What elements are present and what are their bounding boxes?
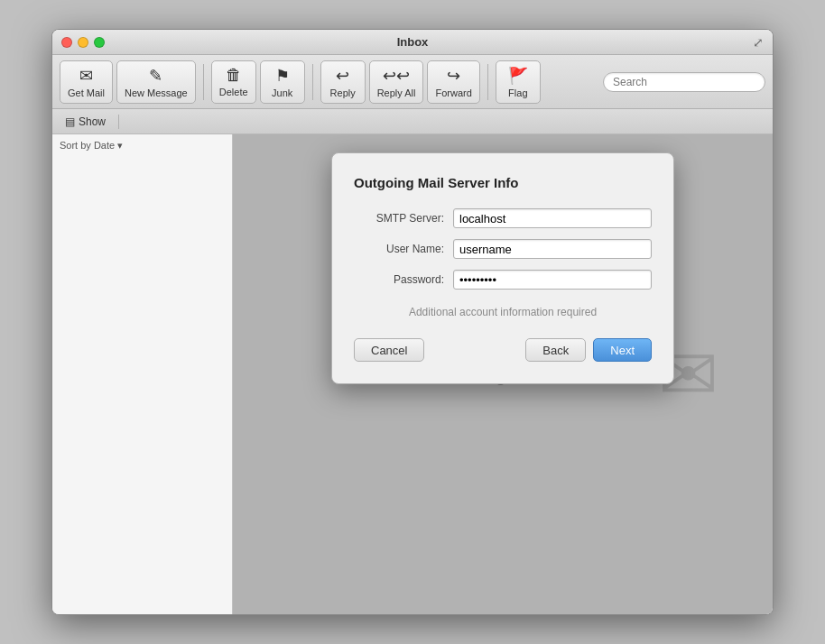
junk-icon: ⚑ [275, 66, 290, 86]
search-area [603, 72, 765, 92]
smtp-label: SMTP Server: [354, 212, 444, 225]
delete-button[interactable]: 🗑 Delete [211, 60, 256, 104]
info-text: Additional account information required [354, 306, 652, 318]
forward-icon: ↪ [447, 66, 460, 86]
username-row: User Name: [354, 239, 652, 259]
forward-button[interactable]: ↪ Forward [427, 60, 479, 104]
get-mail-button[interactable]: ✉ Get Mail [60, 60, 113, 104]
toolbar-separator-3 [487, 64, 488, 100]
cancel-button[interactable]: Cancel [354, 338, 424, 362]
minimize-button[interactable] [78, 37, 88, 48]
reply-button[interactable]: ↩ Reply [320, 60, 366, 104]
get-mail-label: Get Mail [68, 87, 105, 98]
flag-button[interactable]: 🚩 Flag [496, 60, 541, 104]
sort-by-date[interactable]: Sort by Date ▾ [52, 134, 232, 157]
delete-label: Delete [219, 87, 248, 97]
message-area: ✉ No Message Selected Outgoing Mail Serv… [233, 134, 773, 614]
new-message-button[interactable]: ✎ New Message [116, 60, 196, 104]
password-row: Password: [354, 270, 652, 290]
username-input[interactable] [453, 239, 652, 259]
modal-buttons: Cancel Back Next [354, 338, 652, 362]
smtp-row: SMTP Server: [354, 208, 652, 228]
reply-icon: ↩ [336, 66, 349, 86]
outgoing-mail-dialog: Outgoing Mail Server Info SMTP Server: U… [331, 152, 674, 384]
new-message-icon: ✎ [149, 66, 162, 86]
content-area: ▤ Show Sort by Date ▾ ✉ No Message Selec… [52, 109, 773, 614]
title-bar: Inbox ⤢ [52, 30, 773, 55]
modal-overlay: Outgoing Mail Server Info SMTP Server: U… [233, 134, 773, 614]
reply-all-button[interactable]: ↩↩ Reply All [369, 60, 424, 104]
main-split: Sort by Date ▾ ✉ No Message Selected Out… [52, 134, 773, 614]
back-button[interactable]: Back [525, 338, 586, 362]
reply-all-label: Reply All [377, 87, 416, 98]
search-input[interactable] [603, 72, 765, 92]
password-input[interactable] [453, 270, 652, 290]
username-label: User Name: [354, 243, 444, 255]
nav-buttons: Back Next [525, 338, 652, 362]
show-button[interactable]: ▤ Show [60, 114, 111, 130]
toolbar: ✉ Get Mail ✎ New Message 🗑 Delete ⚑ Junk… [52, 55, 773, 109]
flag-icon: 🚩 [508, 66, 528, 86]
toolbar-separator-1 [203, 64, 204, 100]
toolbar-separator-2 [312, 64, 313, 100]
traffic-lights [61, 37, 105, 48]
junk-label: Junk [272, 87, 292, 98]
favorites-bar: ▤ Show [52, 109, 773, 134]
smtp-input[interactable] [453, 208, 652, 228]
next-button[interactable]: Next [593, 338, 652, 362]
get-mail-icon: ✉ [79, 66, 93, 86]
password-label: Password: [354, 273, 444, 286]
sidebar: Sort by Date ▾ [52, 134, 233, 614]
mail-window: Inbox ⤢ ✉ Get Mail ✎ New Message 🗑 Delet… [51, 29, 774, 615]
modal-title: Outgoing Mail Server Info [354, 175, 652, 190]
window-title: Inbox [397, 35, 429, 49]
modal-form: SMTP Server: User Name: Password: [354, 208, 652, 324]
show-label: Show [79, 115, 106, 128]
show-icon: ▤ [65, 115, 75, 128]
maximize-button[interactable] [94, 37, 105, 48]
delete-icon: 🗑 [226, 66, 242, 85]
fav-separator [118, 115, 119, 129]
forward-label: Forward [435, 87, 471, 98]
reply-label: Reply [330, 87, 356, 98]
close-button[interactable] [61, 37, 72, 48]
junk-button[interactable]: ⚑ Junk [260, 60, 305, 104]
reply-all-icon: ↩↩ [383, 66, 410, 86]
sort-label: Sort by Date ▾ [60, 140, 123, 152]
flag-label: Flag [508, 87, 527, 98]
new-message-label: New Message [125, 87, 188, 98]
resize-icon[interactable]: ⤢ [753, 35, 764, 50]
